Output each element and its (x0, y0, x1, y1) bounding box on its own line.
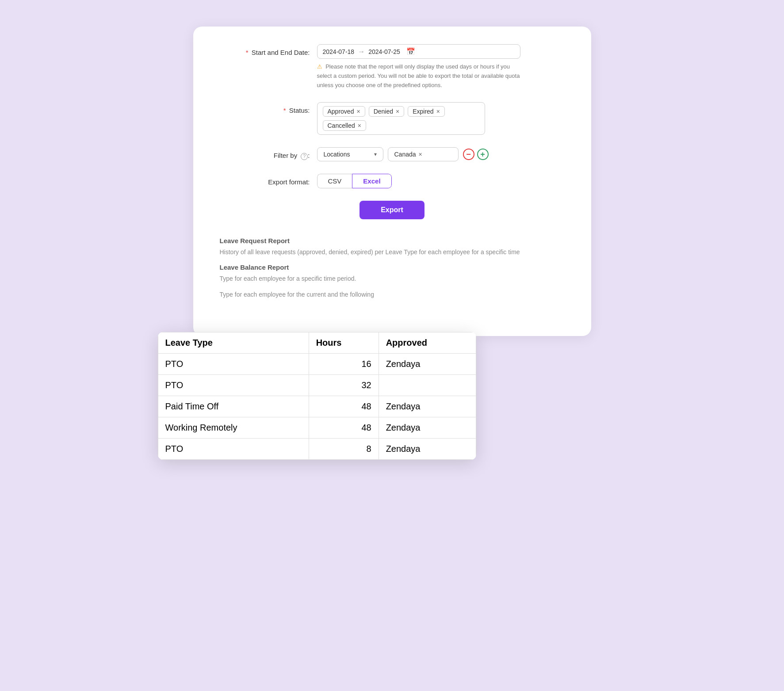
cell-approved: Zendaya (379, 417, 476, 439)
cell-leave-type: PTO (158, 354, 309, 375)
export-format-label: Export format: (220, 174, 317, 187)
col-approved: Approved (379, 332, 476, 354)
leave-data-table: Leave Type Hours Approved PTO 16 Zendaya… (158, 332, 476, 460)
cell-approved: Zendaya (379, 396, 476, 417)
date-range-input[interactable]: 2024-07-18 → 2024-07-25 📅 (317, 44, 520, 59)
status-tags-container[interactable]: Approved × Denied × Expired × Cancelled … (317, 102, 485, 135)
format-csv-button[interactable]: CSV (317, 174, 352, 188)
format-container: CSV Excel (317, 174, 392, 188)
tag-denied: Denied × (369, 106, 405, 117)
cell-approved: Zendaya (379, 354, 476, 375)
tag-expired-close[interactable]: × (436, 108, 440, 115)
cell-leave-type: Working Remotely (158, 417, 309, 439)
cell-approved (379, 375, 476, 396)
filter-row: Filter by ?: Locations ▾ Canada × − + (220, 147, 565, 161)
col-hours: Hours (309, 332, 379, 354)
canada-close-icon[interactable]: × (419, 151, 422, 157)
main-card: * Start and End Date: 2024-07-18 → 2024-… (193, 27, 591, 336)
table-row: PTO 32 (158, 375, 476, 396)
export-btn-row: Export (220, 201, 565, 219)
leave-balance-section: Leave Balance Report Type for each emplo… (220, 263, 565, 283)
required-star: * (246, 49, 249, 56)
filter-by-container: Locations ▾ Canada × − + (317, 147, 489, 161)
filter-actions: − + (463, 149, 489, 160)
leave-request-section: Leave Request Report History of all leav… (220, 237, 565, 257)
status-label: * Status: (220, 102, 317, 115)
cell-hours: 48 (309, 396, 379, 417)
leave-balance-title: Leave Balance Report (220, 263, 565, 271)
remove-filter-button[interactable]: − (463, 149, 474, 160)
table-row: Working Remotely 48 Zendaya (158, 417, 476, 439)
extra-section: Type for each employee for the current a… (220, 290, 565, 299)
date-end: 2024-07-25 (368, 48, 400, 55)
warning-text: ⚠ Please note that the report will only … (317, 62, 520, 90)
leave-request-title: Leave Request Report (220, 237, 565, 244)
col-leave-type: Leave Type (158, 332, 309, 354)
tag-denied-close[interactable]: × (396, 108, 399, 115)
status-required-star: * (283, 107, 286, 114)
date-row: * Start and End Date: 2024-07-18 → 2024-… (220, 44, 565, 90)
add-filter-button[interactable]: + (477, 149, 489, 160)
cell-approved: Zendaya (379, 439, 476, 460)
tag-approved-close[interactable]: × (356, 108, 360, 115)
minus-icon: − (466, 150, 471, 158)
leave-balance-desc: Type for each employee for a specific ti… (220, 274, 565, 283)
cell-hours: 8 (309, 439, 379, 460)
calendar-icon: 📅 (406, 47, 415, 56)
cell-leave-type: Paid Time Off (158, 396, 309, 417)
table-row: Paid Time Off 48 Zendaya (158, 396, 476, 417)
cell-hours: 48 (309, 417, 379, 439)
filter-label: Filter by ?: (220, 147, 317, 160)
table-row: PTO 16 Zendaya (158, 354, 476, 375)
cell-leave-type: PTO (158, 439, 309, 460)
export-format-row: Export format: CSV Excel (220, 174, 565, 188)
tag-expired: Expired × (408, 106, 445, 117)
tag-approved: Approved × (323, 106, 365, 117)
status-row: * Status: Approved × Denied × Expired × … (220, 102, 565, 135)
format-excel-button[interactable]: Excel (352, 174, 391, 188)
date-arrow-icon: → (358, 48, 365, 56)
date-and-warning: 2024-07-18 → 2024-07-25 📅 ⚠ Please note … (317, 44, 520, 90)
plus-icon: + (480, 150, 485, 158)
floating-table-wrapper: Leave Type Hours Approved PTO 16 Zendaya… (158, 332, 476, 460)
export-button[interactable]: Export (359, 201, 425, 219)
locations-dropdown[interactable]: Locations ▾ (317, 147, 383, 161)
cell-hours: 32 (309, 375, 379, 396)
warning-icon: ⚠ (317, 63, 322, 70)
tag-cancelled-close[interactable]: × (358, 122, 361, 129)
tag-cancelled: Cancelled × (323, 120, 366, 131)
chevron-down-icon: ▾ (374, 151, 377, 157)
table-header-row: Leave Type Hours Approved (158, 332, 476, 354)
table-row: PTO 8 Zendaya (158, 439, 476, 460)
canada-filter-input[interactable]: Canada × (388, 147, 459, 161)
date-start: 2024-07-18 (323, 48, 355, 55)
question-icon[interactable]: ? (301, 153, 308, 160)
date-label: * Start and End Date: (220, 44, 317, 57)
cell-hours: 16 (309, 354, 379, 375)
leave-request-desc: History of all leave requests (approved,… (220, 247, 565, 257)
extra-desc: Type for each employee for the current a… (220, 290, 565, 299)
cell-leave-type: PTO (158, 375, 309, 396)
